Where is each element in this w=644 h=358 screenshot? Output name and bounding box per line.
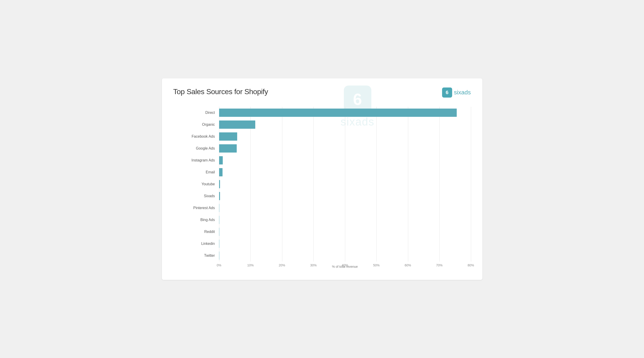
bar-track <box>219 178 471 190</box>
grid-line <box>376 214 376 226</box>
grid-line <box>314 166 314 178</box>
grid-line <box>314 250 314 262</box>
grid-line <box>345 214 345 226</box>
bar-fill <box>219 192 220 200</box>
grid-line <box>408 142 408 154</box>
grid-line <box>314 154 314 166</box>
grid-line <box>376 142 376 154</box>
x-tick-label: 60% <box>404 263 411 267</box>
bar-label: Google Ads <box>173 146 219 151</box>
x-tick-label: 40% <box>342 263 348 267</box>
grid-line <box>376 226 376 238</box>
bar-label: Email <box>173 170 219 174</box>
bar-fill <box>219 204 219 212</box>
grid-line <box>376 202 376 214</box>
grid-line <box>439 142 440 154</box>
grid-line <box>314 214 314 226</box>
bar-row: Organic <box>173 119 471 131</box>
grid-line <box>376 166 376 178</box>
bar-track <box>219 190 471 202</box>
grid-line <box>376 131 376 142</box>
bar-fill <box>219 144 237 153</box>
grid-line <box>439 250 440 262</box>
chart-header: Top Sales Sources for Shopify 6 sixads <box>173 88 471 98</box>
bar-label: Twitter <box>173 254 219 258</box>
bar-label: Sixads <box>173 194 219 198</box>
grid-line <box>471 107 471 119</box>
grid-line <box>314 142 314 154</box>
brand-icon: 6 <box>442 88 452 98</box>
grid-line <box>314 190 314 202</box>
grid-line <box>282 166 282 178</box>
grid-line <box>408 226 408 238</box>
grid-line <box>250 142 251 154</box>
bar-row: Email <box>173 166 471 178</box>
grid-line <box>250 214 251 226</box>
grid-line <box>282 131 282 142</box>
grid-line <box>376 119 376 131</box>
grid-line <box>282 226 282 238</box>
grid-line <box>345 154 345 166</box>
bar-row: Pinterest Ads <box>173 202 471 214</box>
x-tick-label: 50% <box>373 263 380 267</box>
grid-line <box>250 154 251 166</box>
grid-line <box>408 238 408 250</box>
bar-track <box>219 226 471 238</box>
grid-line <box>282 142 282 154</box>
bar-track <box>219 250 471 262</box>
grid-line <box>439 202 440 214</box>
bar-row: Youtube <box>173 178 471 190</box>
grid-line <box>471 214 471 226</box>
grid-line <box>250 190 251 202</box>
bar-track <box>219 131 471 142</box>
bar-track <box>219 238 471 250</box>
grid-line <box>439 154 440 166</box>
bar-label: Linkedin <box>173 242 219 246</box>
grid-line <box>471 190 471 202</box>
bar-label: Organic <box>173 123 219 127</box>
grid-line <box>314 238 314 250</box>
grid-line <box>314 119 314 131</box>
grid-line <box>345 142 345 154</box>
grid-line <box>250 202 251 214</box>
grid-line <box>314 178 314 190</box>
grid-line <box>408 190 408 202</box>
x-tick-label: 20% <box>278 263 285 267</box>
grid-line <box>250 166 251 178</box>
grid-line <box>376 250 376 262</box>
grid-line <box>376 154 376 166</box>
grid-line <box>282 119 282 131</box>
grid-line <box>282 202 282 214</box>
bar-label: Direct <box>173 111 219 115</box>
bar-label: Pinterest Ads <box>173 206 219 210</box>
grid-line <box>345 131 345 142</box>
bar-label: Reddit <box>173 230 219 234</box>
bar-row: Twitter <box>173 250 471 262</box>
grid-line <box>376 190 376 202</box>
grid-line <box>471 238 471 250</box>
grid-line <box>345 238 345 250</box>
bar-track <box>219 202 471 214</box>
grid-line <box>408 250 408 262</box>
grid-line <box>282 238 282 250</box>
grid-line <box>439 226 440 238</box>
bar-label: Bing Ads <box>173 218 219 222</box>
bars-container: DirectOrganicFacebook AdsGoogle AdsInsta… <box>173 107 471 262</box>
x-tick-label: 70% <box>436 263 442 267</box>
bar-fill <box>219 156 223 164</box>
x-tick-label: 0% <box>216 263 221 267</box>
grid-line <box>345 190 345 202</box>
grid-line <box>471 202 471 214</box>
grid-line <box>376 178 376 190</box>
bar-label: Facebook Ads <box>173 134 219 139</box>
grid-line <box>282 154 282 166</box>
grid-line <box>471 178 471 190</box>
bar-row: Bing Ads <box>173 214 471 226</box>
chart-title: Top Sales Sources for Shopify <box>173 88 268 96</box>
bar-row: Facebook Ads <box>173 131 471 142</box>
grid-line <box>345 202 345 214</box>
bar-fill <box>219 121 255 129</box>
grid-line <box>282 178 282 190</box>
grid-line <box>250 131 251 142</box>
bar-fill <box>219 109 457 117</box>
